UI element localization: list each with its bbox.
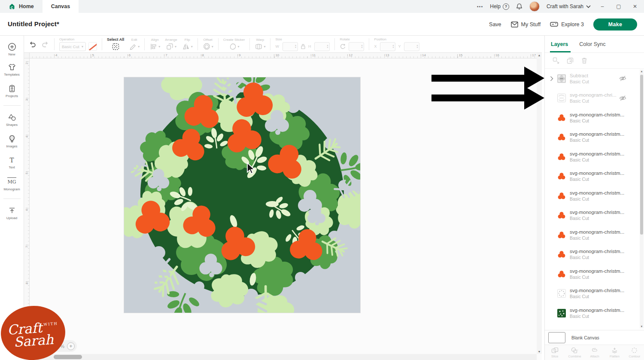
color-swatch[interactable] — [88, 42, 97, 51]
layer-thumbnail — [557, 309, 566, 317]
layer-operation: Basic Cut — [570, 137, 624, 143]
tab-home[interactable]: Home — [0, 0, 43, 13]
layer-row[interactable]: svg-monogram-christm... Basic Cut — [545, 303, 644, 323]
my-stuff-button[interactable]: My Stuff — [511, 21, 541, 27]
make-button[interactable]: Make — [593, 18, 637, 31]
eye-off-icon[interactable] — [619, 75, 626, 82]
undo-icon[interactable] — [28, 40, 36, 48]
layer-row[interactable]: svg-monogram-christm... Basic Cut — [545, 108, 644, 128]
edit-dropdown[interactable]: ▾ — [129, 43, 140, 51]
offset-dropdown[interactable]: ▾ — [203, 43, 213, 51]
scrollbar-thumb[interactable] — [54, 355, 82, 359]
layer-row[interactable]: svg-monogram-christm... Basic Cut — [545, 186, 644, 206]
explore-machine-button[interactable]: Explore 3 — [550, 21, 584, 27]
account-menu[interactable]: Craft with Sarah — [547, 3, 591, 9]
layers-scrollbar[interactable]: ▲ ▼ — [640, 70, 644, 328]
canvas-mat[interactable] — [124, 77, 360, 313]
contour-button[interactable]: Contour — [625, 345, 644, 360]
help-question-icon: ? — [503, 3, 509, 10]
mouse-cursor — [246, 162, 257, 174]
layer-row[interactable]: svg-monogram-christm... Basic Cut — [545, 147, 644, 167]
notifications-bell-icon[interactable] — [516, 3, 522, 10]
sidebar-item-images[interactable]: Images — [0, 131, 24, 152]
avatar[interactable] — [529, 1, 540, 12]
window-titlebar: Home Canvas ••• Help ? Craft with Sarah … — [0, 0, 644, 13]
layer-row[interactable]: svg-monogram-christm... Basic Cut — [545, 284, 644, 304]
attach-paperclip-icon — [591, 347, 598, 354]
layer-row[interactable]: svg-monogram-christm... Basic Cut — [545, 264, 644, 284]
height-field[interactable]: ▴▾ — [314, 42, 330, 51]
stepper-down-icon[interactable]: ▾ — [361, 46, 362, 49]
blank-canvas-row[interactable]: Blank Canvas — [545, 330, 644, 345]
layer-row[interactable]: svg-monogram-christm... Basic Cut — [545, 128, 644, 147]
layer-row[interactable]: svg-monogram-christm... Basic Cut — [545, 167, 644, 186]
sidebar-item-templates[interactable]: Templates — [0, 59, 24, 80]
scroll-down-icon[interactable]: ▼ — [640, 325, 644, 328]
create-sticker-dropdown[interactable]: ▾ — [229, 43, 240, 51]
warp-dropdown[interactable]: ▾ — [255, 43, 265, 51]
attach-button[interactable]: Attach — [585, 345, 605, 360]
contour-label: Contour — [629, 354, 640, 358]
my-stuff-label: My Stuff — [521, 21, 541, 27]
canvas-color-swatch[interactable] — [548, 332, 565, 343]
ungroup-icon[interactable] — [553, 57, 559, 64]
scroll-up-icon[interactable]: ▲ — [640, 70, 644, 73]
sidebar-item-text[interactable]: T Text — [0, 152, 24, 174]
maximize-button[interactable]: ▢ — [614, 3, 623, 9]
layer-thumbnail — [557, 74, 566, 83]
rotate-field[interactable]: ▴▾ — [349, 42, 364, 51]
slice-button[interactable]: Slice — [545, 345, 565, 360]
combine-button[interactable]: Combine — [565, 345, 584, 360]
tab-layers[interactable]: Layers — [551, 36, 568, 52]
flip-dropdown[interactable]: ▾ — [182, 43, 193, 51]
redo-icon[interactable] — [41, 40, 49, 48]
stepper-down-icon[interactable]: ▾ — [295, 46, 296, 49]
help-button[interactable]: Help ? — [490, 3, 509, 10]
align-dropdown[interactable]: ▾ — [149, 43, 160, 51]
stepper-down-icon[interactable]: ▾ — [327, 46, 328, 49]
expand-chevron-icon[interactable] — [550, 76, 553, 81]
duplicate-icon[interactable] — [567, 57, 574, 64]
save-button[interactable]: Save — [489, 21, 501, 27]
arrange-dropdown[interactable]: ▾ — [166, 43, 176, 51]
canvas-horizontal-scrollbar[interactable] — [24, 354, 537, 360]
more-menu-icon[interactable]: ••• — [477, 4, 483, 9]
layer-row[interactable]: Subtract Basic Cut — [545, 69, 644, 88]
sidebar-item-monogram[interactable]: MG Monogram — [0, 174, 24, 195]
select-all-icon[interactable] — [112, 43, 120, 51]
sidebar-item-new[interactable]: New — [0, 40, 24, 59]
operation-dropdown[interactable]: Basic Cut ▾ — [59, 42, 86, 51]
sidebar-item-upload[interactable]: Upload — [0, 202, 24, 224]
layer-row[interactable]: svg-monogram-christm... Basic Cut — [545, 245, 644, 265]
scroll-up-icon[interactable]: ▲ — [537, 54, 542, 57]
layer-thumbnail — [557, 172, 566, 180]
close-button[interactable]: ✕ — [630, 3, 640, 9]
chevron-down-icon — [586, 5, 591, 8]
zoom-in-icon[interactable]: + — [67, 342, 75, 350]
wreath-artwork[interactable] — [124, 77, 360, 313]
width-field[interactable]: ▴▾ — [283, 42, 298, 51]
sidebar-item-shapes[interactable]: Shapes — [0, 109, 24, 131]
layer-row[interactable]: svg-monogram-christm... Basic Cut — [545, 225, 644, 245]
arrange-icon — [166, 43, 174, 51]
layer-row[interactable]: svg-monogram-chri... Basic Cut — [545, 88, 644, 108]
minimize-button[interactable]: – — [598, 3, 607, 9]
eye-off-icon[interactable] — [619, 95, 626, 101]
x-field[interactable]: ▴▾ — [380, 42, 395, 51]
y-field[interactable]: ▴▾ — [404, 42, 419, 51]
delete-trash-icon[interactable] — [581, 57, 588, 64]
combine-icon — [571, 347, 578, 354]
stepper-down-icon[interactable]: ▾ — [416, 46, 418, 49]
lock-icon[interactable] — [301, 43, 306, 49]
layer-row[interactable]: svg-monogram-christm — [545, 323, 644, 330]
sidebar-item-projects[interactable]: Projects — [0, 80, 24, 102]
stepper-down-icon[interactable]: ▾ — [392, 46, 394, 49]
layer-name: svg-monogram-christm... — [570, 151, 624, 156]
layer-operation: Basic Cut — [570, 157, 624, 162]
tab-canvas[interactable]: Canvas — [43, 0, 79, 13]
scrollbar-thumb[interactable] — [640, 75, 643, 235]
tab-color-sync[interactable]: Color Sync — [579, 36, 605, 52]
scroll-down-icon[interactable]: ▼ — [537, 350, 542, 353]
flatten-button[interactable]: Flatten — [605, 345, 624, 360]
layer-row[interactable]: svg-monogram-christm... Basic Cut — [545, 206, 644, 226]
